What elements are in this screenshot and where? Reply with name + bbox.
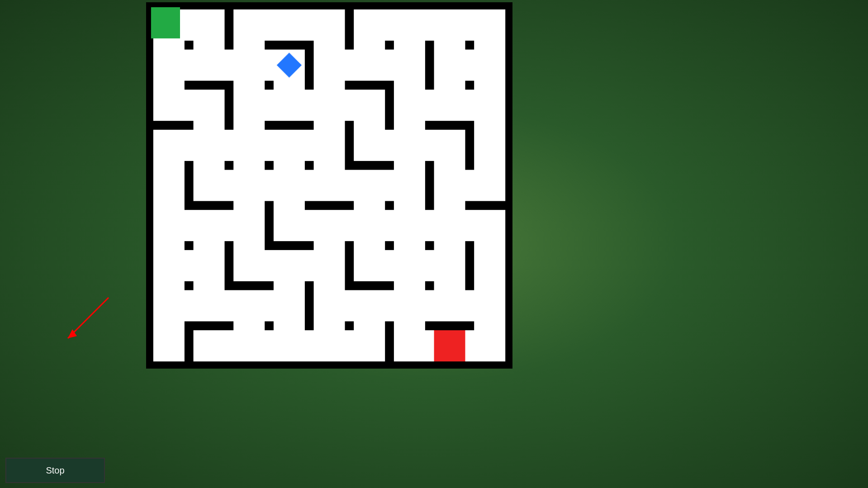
maze-canvas [149, 5, 510, 366]
svg-line-0 [68, 298, 109, 338]
maze-area [146, 2, 512, 369]
stop-button[interactable]: Stop [5, 458, 105, 483]
svg-marker-1 [68, 329, 77, 338]
stop-label: Stop [46, 465, 64, 476]
arrow-indicator [59, 293, 113, 347]
